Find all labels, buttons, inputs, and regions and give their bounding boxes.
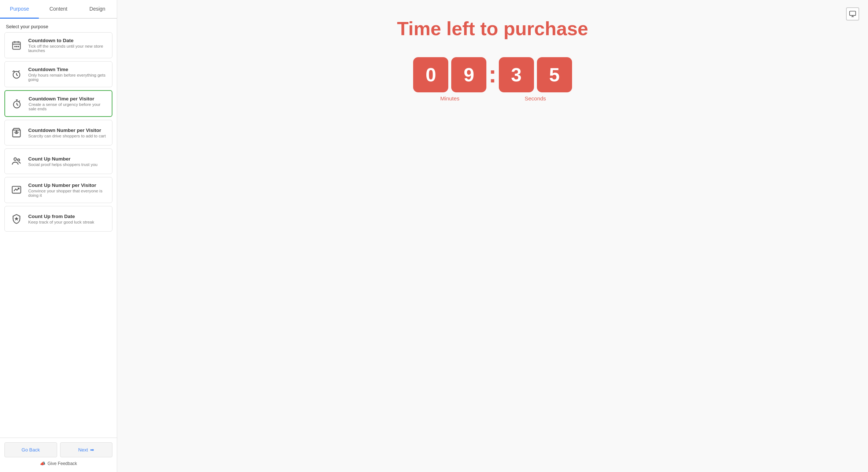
purpose-item-count-up-from-date[interactable]: Count Up from Date Keep track of your go… <box>4 206 112 232</box>
svg-line-11 <box>18 70 20 72</box>
next-arrow-icon: ➡ <box>90 447 94 453</box>
second-ones-digit: 5 <box>537 57 572 92</box>
purpose-desc-countdown-time-per-visitor: Create a sense of urgency before your sa… <box>29 102 107 111</box>
svg-rect-0 <box>13 42 21 49</box>
purpose-item-countdown-to-date[interactable]: Countdown to Date Tick off the seconds u… <box>4 32 112 58</box>
next-button[interactable]: Next ➡ <box>60 442 113 457</box>
alarm-clock-icon <box>9 67 24 82</box>
tab-purpose[interactable]: Purpose <box>0 0 39 19</box>
svg-marker-25 <box>14 217 19 221</box>
purpose-list: Countdown to Date Tick off the seconds u… <box>0 32 117 438</box>
purpose-desc-countdown-to-date: Tick off the seconds until your new stor… <box>28 44 108 53</box>
preview-title: Time left to purchase <box>397 18 588 40</box>
minutes-label: Minutes <box>440 95 460 102</box>
purpose-item-countdown-number-per-visitor[interactable]: Countdown Number per Visitor Scarcity ca… <box>4 120 112 145</box>
select-purpose-label: Select your purpose <box>0 19 117 32</box>
tab-content[interactable]: Content <box>39 0 78 19</box>
svg-rect-6 <box>18 46 19 47</box>
next-label: Next <box>78 447 88 453</box>
purpose-desc-count-up-number-per-visitor: Convince your shopper that everyone is d… <box>28 189 108 198</box>
svg-line-12 <box>13 71 14 71</box>
second-tens-digit: 3 <box>499 57 534 92</box>
svg-rect-5 <box>16 46 18 47</box>
megaphone-icon: 📣 <box>40 461 45 466</box>
footer-buttons: Go Back Next ➡ <box>4 442 112 457</box>
purpose-item-count-up-number-per-visitor[interactable]: Count Up Number per Visitor Convince you… <box>4 177 112 203</box>
give-feedback[interactable]: 📣 Give Feedback <box>4 461 112 468</box>
purpose-title-count-up-from-date: Count Up from Date <box>28 214 94 219</box>
footer: Go Back Next ➡ 📣 Give Feedback <box>0 438 117 472</box>
purpose-title-countdown-number-per-visitor: Countdown Number per Visitor <box>28 128 106 133</box>
purpose-item-countdown-time[interactable]: Countdown Time Only hours remain before … <box>4 61 112 87</box>
give-feedback-label: Give Feedback <box>48 461 77 466</box>
purpose-item-count-up-number[interactable]: Count Up Number Social proof helps shopp… <box>4 148 112 174</box>
cart-icon <box>9 125 24 140</box>
purpose-desc-count-up-from-date: Keep track of your good luck streak <box>28 220 94 224</box>
svg-point-22 <box>14 158 16 161</box>
left-panel: Purpose Content Design Select your purpo… <box>0 0 117 472</box>
right-panel: Time left to purchase 0 9 Minutes : 3 5 … <box>117 0 868 472</box>
svg-rect-4 <box>14 46 16 47</box>
trending-icon <box>9 183 24 198</box>
go-back-button[interactable]: Go Back <box>4 442 57 457</box>
purpose-title-countdown-time-per-visitor: Countdown Time per Visitor <box>29 96 107 102</box>
purpose-desc-countdown-time: Only hours remain before everything gets… <box>28 73 108 82</box>
countdown-display: 0 9 Minutes : 3 5 Seconds <box>413 57 572 102</box>
purpose-title-countdown-to-date: Countdown to Date <box>28 38 108 43</box>
minute-ones-digit: 9 <box>451 57 486 92</box>
colon-separator: : <box>486 61 498 88</box>
purpose-item-countdown-time-per-visitor[interactable]: Countdown Time per Visitor Create a sens… <box>4 90 112 117</box>
stopwatch-icon <box>10 96 24 111</box>
svg-rect-26 <box>850 11 856 16</box>
svg-line-18 <box>19 100 20 101</box>
seconds-digits: 3 5 <box>499 57 572 92</box>
minutes-digits: 0 9 <box>413 57 486 92</box>
tabs-bar: Purpose Content Design <box>0 0 117 19</box>
purpose-title-countdown-time: Countdown Time <box>28 67 108 72</box>
monitor-icon[interactable] <box>846 7 859 21</box>
seconds-label: Seconds <box>524 95 546 102</box>
svg-line-15 <box>17 104 18 105</box>
shield-star-icon <box>9 211 24 226</box>
svg-line-9 <box>16 75 18 75</box>
seconds-group: 3 5 Seconds <box>499 57 572 102</box>
minutes-group: 0 9 Minutes <box>413 57 486 102</box>
calendar-icon <box>9 38 24 53</box>
people-icon <box>9 154 24 169</box>
purpose-desc-countdown-number-per-visitor: Scarcity can drive shoppers to add to ca… <box>28 134 106 138</box>
tab-design[interactable]: Design <box>78 0 117 19</box>
purpose-title-count-up-number: Count Up Number <box>28 156 97 162</box>
purpose-desc-count-up-number: Social proof helps shoppers trust you <box>28 162 97 167</box>
purpose-title-count-up-number-per-visitor: Count Up Number per Visitor <box>28 182 108 188</box>
svg-point-23 <box>18 159 20 161</box>
minute-tens-digit: 0 <box>413 57 448 92</box>
